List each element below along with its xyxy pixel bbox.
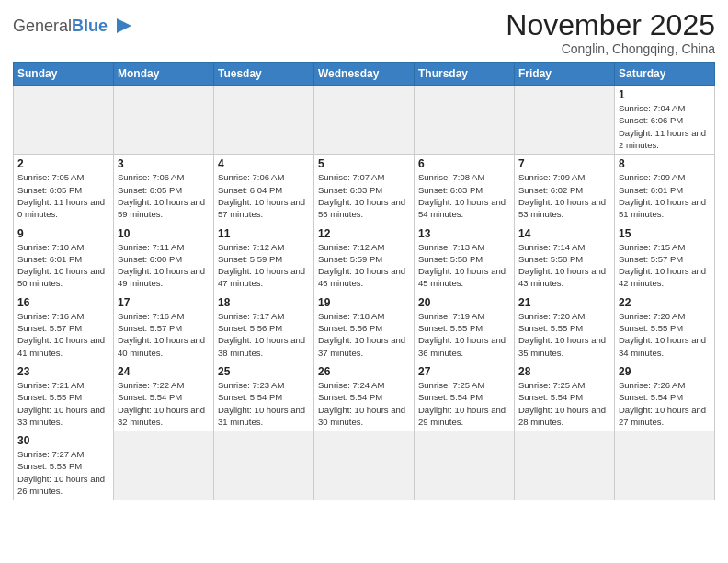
calendar-cell xyxy=(314,86,415,155)
calendar-header-row: SundayMondayTuesdayWednesdayThursdayFrid… xyxy=(14,63,715,86)
day-info: Sunrise: 7:06 AM Sunset: 6:04 PM Dayligh… xyxy=(218,171,310,220)
location: Conglin, Chongqing, China xyxy=(506,41,715,56)
calendar-cell: 28Sunrise: 7:25 AM Sunset: 5:54 PM Dayli… xyxy=(515,362,615,431)
calendar-cell: 21Sunrise: 7:20 AM Sunset: 5:55 PM Dayli… xyxy=(515,293,615,362)
calendar-cell xyxy=(214,86,314,155)
day-info: Sunrise: 7:13 AM Sunset: 5:58 PM Dayligh… xyxy=(418,241,510,290)
day-number: 16 xyxy=(17,296,109,309)
day-info: Sunrise: 7:04 AM Sunset: 6:06 PM Dayligh… xyxy=(619,102,711,151)
calendar-week-row: 23Sunrise: 7:21 AM Sunset: 5:55 PM Dayli… xyxy=(14,362,715,431)
day-info: Sunrise: 7:14 AM Sunset: 5:58 PM Dayligh… xyxy=(518,241,610,290)
calendar-cell: 30Sunrise: 7:27 AM Sunset: 5:53 PM Dayli… xyxy=(14,431,114,500)
day-info: Sunrise: 7:07 AM Sunset: 6:03 PM Dayligh… xyxy=(318,171,410,220)
day-number: 6 xyxy=(418,157,510,170)
day-info: Sunrise: 7:19 AM Sunset: 5:55 PM Dayligh… xyxy=(418,310,510,359)
calendar-cell: 3Sunrise: 7:06 AM Sunset: 6:05 PM Daylig… xyxy=(114,155,214,224)
calendar-cell: 27Sunrise: 7:25 AM Sunset: 5:54 PM Dayli… xyxy=(415,362,515,431)
calendar-col-header: Friday xyxy=(515,63,615,86)
calendar-cell: 10Sunrise: 7:11 AM Sunset: 6:00 PM Dayli… xyxy=(114,224,214,293)
day-info: Sunrise: 7:23 AM Sunset: 5:54 PM Dayligh… xyxy=(218,379,310,428)
title-block: November 2025 Conglin, Chongqing, China xyxy=(506,9,715,56)
calendar-cell: 6Sunrise: 7:08 AM Sunset: 6:03 PM Daylig… xyxy=(415,155,515,224)
calendar-week-row: 9Sunrise: 7:10 AM Sunset: 6:01 PM Daylig… xyxy=(14,224,715,293)
logo-text: GeneralBlue xyxy=(13,17,108,36)
day-info: Sunrise: 7:24 AM Sunset: 5:54 PM Dayligh… xyxy=(318,379,410,428)
day-info: Sunrise: 7:09 AM Sunset: 6:02 PM Dayligh… xyxy=(518,171,610,220)
calendar-cell: 26Sunrise: 7:24 AM Sunset: 5:54 PM Dayli… xyxy=(314,362,415,431)
day-number: 1 xyxy=(619,88,711,101)
day-info: Sunrise: 7:18 AM Sunset: 5:56 PM Dayligh… xyxy=(318,310,410,359)
day-info: Sunrise: 7:20 AM Sunset: 5:55 PM Dayligh… xyxy=(518,310,610,359)
day-number: 14 xyxy=(518,227,610,240)
calendar-cell xyxy=(214,431,314,500)
calendar-cell: 1Sunrise: 7:04 AM Sunset: 6:06 PM Daylig… xyxy=(615,86,715,155)
calendar-cell: 19Sunrise: 7:18 AM Sunset: 5:56 PM Dayli… xyxy=(314,293,415,362)
calendar-cell: 14Sunrise: 7:14 AM Sunset: 5:58 PM Dayli… xyxy=(515,224,615,293)
calendar-cell: 5Sunrise: 7:07 AM Sunset: 6:03 PM Daylig… xyxy=(314,155,415,224)
calendar-cell: 22Sunrise: 7:20 AM Sunset: 5:55 PM Dayli… xyxy=(615,293,715,362)
day-info: Sunrise: 7:12 AM Sunset: 5:59 PM Dayligh… xyxy=(218,241,310,290)
day-info: Sunrise: 7:10 AM Sunset: 6:01 PM Dayligh… xyxy=(17,241,109,290)
day-number: 26 xyxy=(318,365,410,378)
calendar-cell: 24Sunrise: 7:22 AM Sunset: 5:54 PM Dayli… xyxy=(114,362,214,431)
day-info: Sunrise: 7:16 AM Sunset: 5:57 PM Dayligh… xyxy=(17,310,109,359)
day-number: 17 xyxy=(118,296,210,309)
calendar-cell xyxy=(114,431,214,500)
day-number: 10 xyxy=(118,227,210,240)
calendar-cell: 17Sunrise: 7:16 AM Sunset: 5:57 PM Dayli… xyxy=(114,293,214,362)
day-number: 12 xyxy=(318,227,410,240)
calendar-cell: 15Sunrise: 7:15 AM Sunset: 5:57 PM Dayli… xyxy=(615,224,715,293)
calendar-table: SundayMondayTuesdayWednesdayThursdayFrid… xyxy=(13,62,715,500)
calendar-week-row: 2Sunrise: 7:05 AM Sunset: 6:05 PM Daylig… xyxy=(14,155,715,224)
calendar-cell xyxy=(314,431,415,500)
day-number: 19 xyxy=(318,296,410,309)
day-number: 21 xyxy=(518,296,610,309)
calendar-cell: 25Sunrise: 7:23 AM Sunset: 5:54 PM Dayli… xyxy=(214,362,314,431)
calendar-cell: 16Sunrise: 7:16 AM Sunset: 5:57 PM Dayli… xyxy=(14,293,114,362)
calendar-cell xyxy=(415,86,515,155)
day-info: Sunrise: 7:16 AM Sunset: 5:57 PM Dayligh… xyxy=(118,310,210,359)
day-number: 28 xyxy=(518,365,610,378)
day-number: 22 xyxy=(619,296,711,309)
day-number: 30 xyxy=(17,434,109,447)
logo-icon xyxy=(109,11,139,40)
calendar-cell: 13Sunrise: 7:13 AM Sunset: 5:58 PM Dayli… xyxy=(415,224,515,293)
calendar-cell: 11Sunrise: 7:12 AM Sunset: 5:59 PM Dayli… xyxy=(214,224,314,293)
calendar-cell: 8Sunrise: 7:09 AM Sunset: 6:01 PM Daylig… xyxy=(615,155,715,224)
calendar-cell xyxy=(415,431,515,500)
day-number: 3 xyxy=(118,157,210,170)
logo-general: General xyxy=(13,17,72,35)
calendar-cell: 20Sunrise: 7:19 AM Sunset: 5:55 PM Dayli… xyxy=(415,293,515,362)
day-info: Sunrise: 7:26 AM Sunset: 5:54 PM Dayligh… xyxy=(619,379,711,428)
day-info: Sunrise: 7:05 AM Sunset: 6:05 PM Dayligh… xyxy=(17,171,109,220)
day-info: Sunrise: 7:11 AM Sunset: 6:00 PM Dayligh… xyxy=(118,241,210,290)
day-info: Sunrise: 7:25 AM Sunset: 5:54 PM Dayligh… xyxy=(518,379,610,428)
day-number: 25 xyxy=(218,365,310,378)
day-number: 5 xyxy=(318,157,410,170)
header: GeneralBlue November 2025 Conglin, Chong… xyxy=(13,9,715,56)
calendar-col-header: Tuesday xyxy=(214,63,314,86)
day-info: Sunrise: 7:20 AM Sunset: 5:55 PM Dayligh… xyxy=(619,310,711,359)
calendar-cell: 29Sunrise: 7:26 AM Sunset: 5:54 PM Dayli… xyxy=(615,362,715,431)
day-info: Sunrise: 7:17 AM Sunset: 5:56 PM Dayligh… xyxy=(218,310,310,359)
day-number: 13 xyxy=(418,227,510,240)
calendar-cell: 2Sunrise: 7:05 AM Sunset: 6:05 PM Daylig… xyxy=(14,155,114,224)
day-number: 7 xyxy=(518,157,610,170)
day-info: Sunrise: 7:25 AM Sunset: 5:54 PM Dayligh… xyxy=(418,379,510,428)
calendar-col-header: Saturday xyxy=(615,63,715,86)
month-title: November 2025 xyxy=(506,9,715,41)
calendar-col-header: Thursday xyxy=(415,63,515,86)
calendar-col-header: Monday xyxy=(114,63,214,86)
logo: GeneralBlue xyxy=(13,13,139,40)
day-number: 24 xyxy=(118,365,210,378)
day-number: 15 xyxy=(619,227,711,240)
day-info: Sunrise: 7:27 AM Sunset: 5:53 PM Dayligh… xyxy=(17,448,109,497)
calendar-col-header: Sunday xyxy=(14,63,114,86)
day-number: 2 xyxy=(17,157,109,170)
day-info: Sunrise: 7:21 AM Sunset: 5:55 PM Dayligh… xyxy=(17,379,109,428)
day-info: Sunrise: 7:06 AM Sunset: 6:05 PM Dayligh… xyxy=(118,171,210,220)
calendar-cell: 23Sunrise: 7:21 AM Sunset: 5:55 PM Dayli… xyxy=(14,362,114,431)
day-number: 20 xyxy=(418,296,510,309)
day-number: 4 xyxy=(218,157,310,170)
calendar-cell: 7Sunrise: 7:09 AM Sunset: 6:02 PM Daylig… xyxy=(515,155,615,224)
